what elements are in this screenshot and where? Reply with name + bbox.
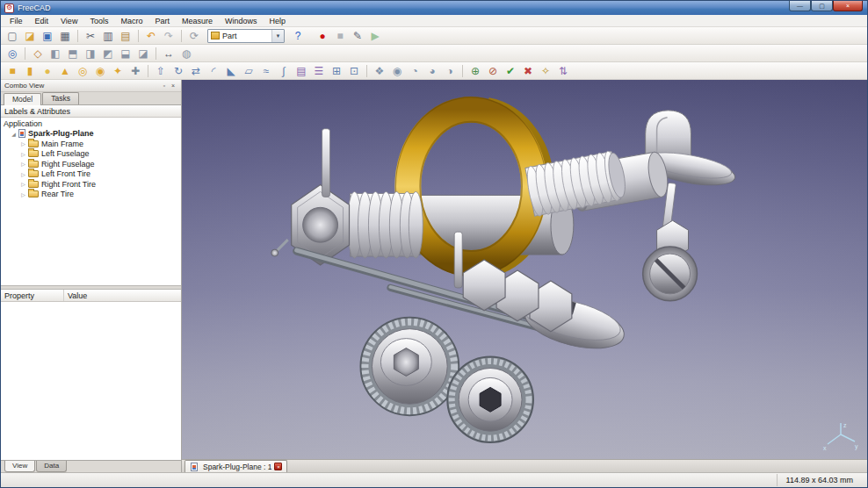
- rear-view-icon[interactable]: ◩: [100, 46, 116, 61]
- expander-icon[interactable]: ▷: [19, 140, 27, 147]
- paste-icon[interactable]: ▤: [118, 28, 134, 44]
- menu-edit[interactable]: Edit: [29, 16, 55, 26]
- print-icon[interactable]: ▦: [57, 28, 73, 44]
- cut-boolean-icon[interactable]: ◔: [407, 63, 423, 79]
- close-panel-icon[interactable]: ×: [169, 83, 177, 89]
- chevron-down-icon[interactable]: ▼: [271, 30, 284, 42]
- compound-icon[interactable]: ❖: [372, 63, 387, 79]
- tree-item[interactable]: ▷ Right Front Tire: [1, 179, 181, 190]
- tube-primitive-icon[interactable]: ◉: [92, 63, 108, 79]
- menu-windows[interactable]: Windows: [219, 16, 264, 26]
- macro-edit-icon[interactable]: ✎: [350, 28, 365, 44]
- axonometric-view-icon[interactable]: ◇: [30, 46, 46, 61]
- fit-all-icon[interactable]: ◎: [4, 46, 20, 61]
- menu-view[interactable]: View: [54, 16, 83, 26]
- spark-plug-plane-model[interactable]: [182, 80, 867, 459]
- revolve-icon[interactable]: ↻: [170, 63, 186, 79]
- combo-view-panel: Combo View ▫ × Model Tasks Labels & Attr…: [1, 80, 182, 472]
- chamfer-icon[interactable]: ◣: [223, 63, 239, 79]
- intersection-icon[interactable]: ◑: [442, 63, 458, 79]
- macro-play-icon[interactable]: ▶: [367, 28, 383, 44]
- 3d-viewport[interactable]: x y z: [182, 80, 867, 459]
- menu-tools[interactable]: Tools: [83, 16, 114, 26]
- document-tab[interactable]: Spark-Plug-Plane : 1 ×: [184, 460, 287, 472]
- menu-file[interactable]: File: [4, 16, 29, 26]
- cross-sections-icon[interactable]: ☰: [311, 63, 327, 79]
- draw-style-icon[interactable]: ◍: [178, 46, 194, 61]
- menu-help[interactable]: Help: [263, 16, 292, 26]
- thickness-icon[interactable]: ⊡: [346, 63, 362, 79]
- tree-item[interactable]: ▷ Rear Tire: [1, 190, 181, 200]
- fillet-icon[interactable]: ◜: [206, 63, 221, 79]
- macro-stop-icon[interactable]: ■: [332, 28, 348, 44]
- section-icon[interactable]: ▤: [293, 63, 309, 79]
- menu-part[interactable]: Part: [148, 16, 176, 26]
- mirror-icon[interactable]: ⇄: [188, 63, 204, 79]
- title-bar[interactable]: ⚙ FreeCAD — ▢ ×: [1, 1, 867, 15]
- undo-icon[interactable]: ↶: [143, 28, 159, 44]
- tab-model[interactable]: Model: [4, 93, 41, 105]
- tree-item[interactable]: ▷ Right Fuselage: [1, 159, 181, 169]
- macro-record-icon[interactable]: ●: [315, 28, 330, 44]
- menu-measure[interactable]: Measure: [176, 16, 219, 26]
- loft-icon[interactable]: ≈: [258, 63, 274, 79]
- open-document-icon[interactable]: ◪: [22, 28, 38, 44]
- save-icon[interactable]: ▣: [40, 28, 55, 44]
- workbench-selector[interactable]: Part ▼: [207, 29, 285, 43]
- new-document-icon[interactable]: ▢: [4, 28, 20, 44]
- defeaturing-icon[interactable]: ✖: [520, 63, 536, 79]
- tab-tasks[interactable]: Tasks: [42, 92, 79, 104]
- convert-icon[interactable]: ⇅: [555, 63, 571, 79]
- front-view-icon[interactable]: ◧: [47, 46, 63, 61]
- maximize-button[interactable]: ▢: [811, 1, 833, 11]
- measure-distance-icon[interactable]: ↔: [161, 46, 177, 61]
- top-view-icon[interactable]: ⬒: [65, 46, 81, 61]
- refresh-icon[interactable]: ⟳: [186, 28, 202, 44]
- sweep-icon[interactable]: ∫: [276, 63, 292, 79]
- expander-icon[interactable]: ▷: [19, 181, 27, 187]
- minimize-button[interactable]: —: [789, 1, 811, 11]
- tree-item[interactable]: ▷ Main Frame: [1, 139, 181, 149]
- cone-primitive-icon[interactable]: ▲: [57, 63, 73, 79]
- shape-builder-icon[interactable]: ✚: [127, 63, 143, 79]
- boolean-icon[interactable]: ◉: [389, 63, 405, 79]
- ruled-surface-icon[interactable]: ▱: [241, 63, 257, 79]
- expander-icon[interactable]: ▷: [19, 161, 27, 167]
- sphere-primitive-icon[interactable]: ●: [40, 63, 55, 79]
- icon-glyph: ↔: [163, 48, 174, 59]
- tree-item[interactable]: ▷ Left Front Tire: [1, 169, 181, 180]
- close-document-icon[interactable]: ×: [274, 463, 282, 470]
- expander-icon[interactable]: ▷: [19, 151, 27, 157]
- tree-item[interactable]: ▷ Left Fuselage: [1, 149, 181, 160]
- left-view-icon[interactable]: ◪: [135, 46, 151, 61]
- split-icon[interactable]: ⊘: [485, 63, 501, 79]
- bottom-view-icon[interactable]: ⬓: [118, 46, 134, 61]
- copy-icon[interactable]: ▥: [100, 28, 116, 44]
- menu-macro[interactable]: Macro: [114, 16, 148, 26]
- expander-icon[interactable]: ▷: [19, 191, 27, 197]
- cylinder-primitive-icon[interactable]: ▮: [22, 63, 38, 79]
- cut-icon[interactable]: ✂: [83, 28, 98, 44]
- tab-data[interactable]: Data: [36, 461, 67, 472]
- redo-icon[interactable]: ↷: [161, 28, 177, 44]
- tab-view[interactable]: View: [4, 461, 35, 472]
- right-view-icon[interactable]: ◨: [83, 46, 98, 61]
- torus-primitive-icon[interactable]: ◎: [75, 63, 90, 79]
- check-geometry-icon[interactable]: ✔: [503, 63, 518, 79]
- offset-icon[interactable]: ⊞: [329, 63, 344, 79]
- float-panel-icon[interactable]: ▫: [160, 83, 169, 89]
- expander-icon[interactable]: ▷: [19, 171, 27, 177]
- create-primitives-icon[interactable]: ✦: [110, 63, 126, 79]
- union-icon[interactable]: ◕: [424, 63, 440, 79]
- refine-shape-icon[interactable]: ✧: [538, 63, 553, 79]
- extrude-icon[interactable]: ⇧: [153, 63, 169, 79]
- close-button[interactable]: ×: [833, 1, 863, 11]
- tree-root-application[interactable]: Application: [1, 118, 181, 129]
- join-connect-icon[interactable]: ⊕: [467, 63, 483, 79]
- whats-this-icon[interactable]: ?: [290, 28, 306, 44]
- property-table-body[interactable]: [1, 302, 181, 460]
- model-tree[interactable]: Application ◢ Spark-Plug-Plane ▷ Main Fr…: [1, 118, 181, 285]
- box-primitive-icon[interactable]: ■: [4, 63, 20, 79]
- tree-item-project[interactable]: ◢ Spark-Plug-Plane: [1, 129, 181, 140]
- expander-icon[interactable]: ◢: [10, 131, 18, 137]
